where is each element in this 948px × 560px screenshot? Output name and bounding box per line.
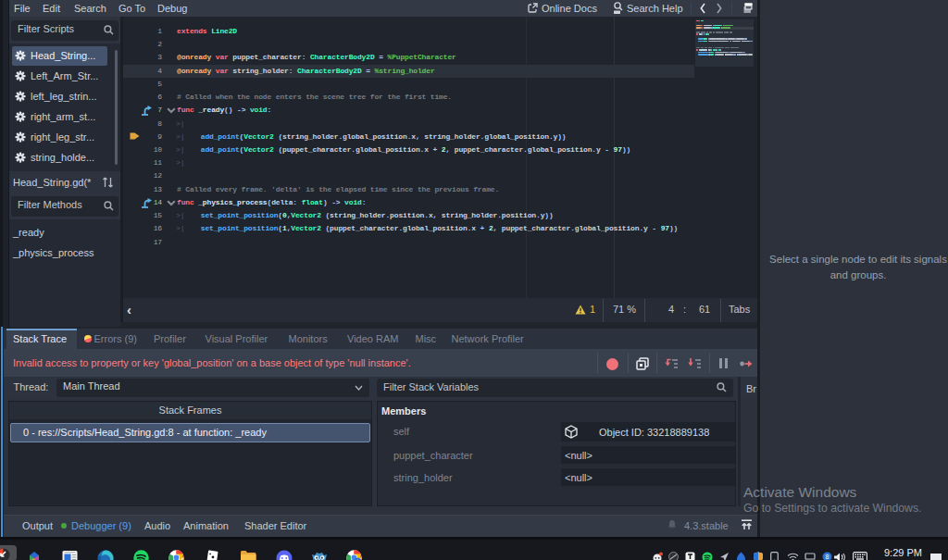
svg-text:8: 8 — [826, 554, 830, 560]
